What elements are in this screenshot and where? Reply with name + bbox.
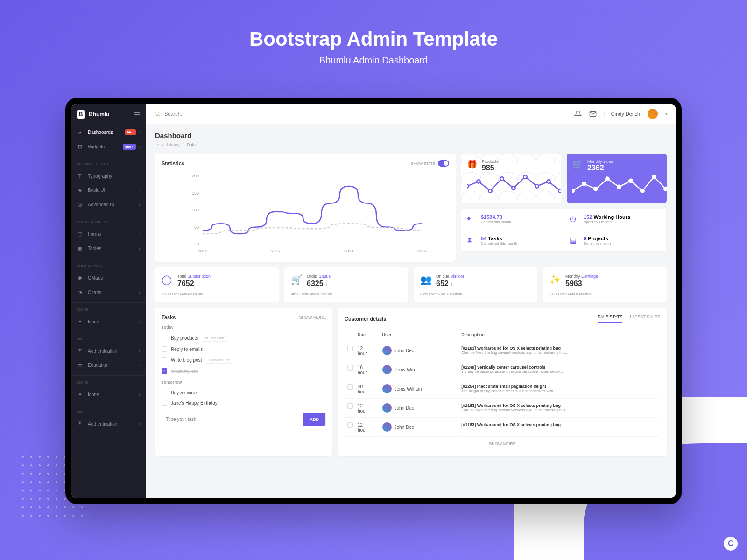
monthly-sales-tile[interactable]: 🛒 Monthly sales 2362	[567, 154, 667, 203]
stat-sub: 36% From Last 6 Months	[420, 292, 531, 296]
sidebar-item-advanced-ui[interactable]: ◎Advanced UI‹	[71, 197, 146, 212]
task-item[interactable]: Reply to emails	[162, 344, 326, 354]
chevron-down-icon[interactable]: ▾	[665, 112, 668, 116]
sidebar-item-basic-ui[interactable]: ◈Basic UI‹	[71, 183, 146, 197]
sidebar-item-tables[interactable]: ▦Tables‹	[71, 241, 146, 256]
svg-point-13	[477, 180, 480, 183]
breadcrumb-item[interactable]: Library	[167, 142, 180, 147]
sidebar-item-authentication[interactable]: ⚿Authentication‹	[71, 344, 146, 358]
statistics-chart: 0501001502002010201220142016	[162, 171, 449, 255]
user-name-cell: John Deo	[395, 425, 415, 430]
svg-point-24	[594, 187, 598, 191]
tab-sale-stats[interactable]: SALE STATS	[598, 315, 622, 323]
stats-title: Statistics	[162, 161, 184, 166]
task-item[interactable]: Buy antivirus	[162, 387, 326, 398]
section-title: Icons	[71, 375, 146, 387]
bell-icon[interactable]	[574, 110, 582, 118]
sidebar-item-gmaps[interactable]: ◉GMaps	[71, 271, 146, 285]
search-input[interactable]	[164, 111, 258, 117]
table-row[interactable]: 16hourJems Win[#1249] Vertically center …	[345, 361, 659, 379]
chevron-icon: ‹	[139, 232, 140, 237]
breadcrumb[interactable]: ⌂ / Library / Data	[155, 142, 667, 147]
svg-text:200: 200	[192, 174, 199, 178]
section-title: UI Components	[71, 157, 146, 169]
checkbox[interactable]	[162, 390, 167, 395]
products-sparkline	[467, 172, 561, 196]
checkbox[interactable]	[162, 357, 167, 363]
sidebar-item-dashboards[interactable]: ⌂DashboardsHot‹	[71, 125, 146, 140]
task-item[interactable]: Buy products58 mins left	[162, 332, 326, 344]
stat-card: ✨Monthly Earnings5963 ↑36% From Last 6 M…	[543, 267, 667, 302]
search-icon	[154, 111, 161, 117]
stat-label: Monthly Earnings	[565, 274, 598, 279]
svg-text:2010: 2010	[198, 249, 207, 253]
checkbox[interactable]	[162, 346, 167, 352]
stat-icon: 🛒	[291, 274, 302, 285]
statistics-card: Statistics SHOW STATS 050100150200201020…	[155, 154, 456, 262]
stat-icon: 👥	[420, 274, 431, 285]
nav-icon: ✦	[77, 392, 83, 398]
task-section-label: Today	[162, 325, 326, 329]
section-title: Pages	[71, 332, 146, 344]
products-tile[interactable]: 🎁 Products 985	[461, 154, 561, 203]
checkbox[interactable]	[347, 346, 353, 351]
user-name-cell: Jems William	[395, 386, 422, 392]
nav-label: Widgets	[88, 144, 123, 149]
task-item[interactable]: Jane's Happy Birthday	[162, 398, 326, 408]
sidebar-item-icons[interactable]: ✦Icons‹	[71, 387, 146, 402]
user-avatar	[382, 346, 392, 355]
sidebar-item-widgets[interactable]: ⊞Widgets100+‹	[71, 140, 146, 154]
svg-point-15	[500, 177, 504, 181]
sidebar-item-forms[interactable]: ▢Forms‹	[71, 227, 146, 241]
desc-title: [#1183] Workaround for OS X selects prin…	[461, 422, 657, 427]
checkbox[interactable]	[162, 368, 167, 374]
nav-icon: ⚿	[77, 348, 83, 354]
chevron-icon: ‹	[139, 349, 140, 353]
checkbox[interactable]	[347, 403, 353, 409]
sidebar-item-authentication[interactable]: ⚿Authentication‹	[71, 417, 146, 431]
checkbox[interactable]	[162, 400, 167, 406]
sidebar-item-typography[interactable]: TTypography	[71, 169, 146, 183]
tab-latest-sales[interactable]: LATEST SALES	[630, 315, 660, 323]
breadcrumb-item[interactable]: Data	[187, 142, 196, 147]
hamburger-icon[interactable]	[134, 112, 140, 117]
checkbox[interactable]	[347, 384, 353, 390]
breadcrumb-item[interactable]: ⌂	[157, 142, 159, 147]
task-item[interactable]: Wash my car	[162, 366, 326, 376]
sidebar-item-education[interactable]: ▭Education‹	[71, 358, 146, 372]
svg-point-26	[617, 185, 621, 189]
avatar[interactable]	[648, 109, 658, 119]
task-input[interactable]	[162, 413, 303, 426]
desc-sub: Chrome fixed the bug several versions ag…	[461, 408, 657, 412]
chevron-icon: ‹	[139, 130, 140, 135]
chevron-icon: ‹	[139, 392, 140, 397]
checkbox[interactable]	[347, 365, 353, 371]
task-time: 20 hours left	[206, 357, 233, 364]
svg-text:50: 50	[194, 225, 199, 230]
table-row[interactable]: 12hourJohn Deo[#1183] Workaround for OS …	[345, 342, 659, 360]
task-item[interactable]: Write blog post20 hours left	[162, 354, 326, 366]
table-row[interactable]: 40hourJems William[#1254] Inaccurate sma…	[345, 380, 659, 399]
sidebar-item-icons[interactable]: ✦Icons‹	[71, 315, 146, 329]
nav-icon: ◉	[77, 275, 83, 281]
user-name[interactable]: Cindy Deitch	[604, 111, 640, 117]
nav-label: Typography	[88, 174, 140, 179]
stats-toggle[interactable]	[438, 160, 449, 167]
chevron-icon: ‹	[139, 320, 140, 324]
add-task-button[interactable]: ADD	[303, 413, 326, 426]
nav-label: Icons	[88, 319, 136, 324]
mail-icon[interactable]	[589, 110, 597, 118]
customers-show-more[interactable]: SHOW MORE	[345, 438, 660, 450]
checkbox[interactable]	[162, 336, 167, 341]
task-text: Buy products	[171, 336, 198, 341]
info-icon: ♦	[467, 214, 476, 224]
table-row[interactable]: 12hourJohn Deo[#1183] Workaround for OS …	[345, 419, 659, 437]
checkbox[interactable]	[347, 422, 353, 428]
trend-icon: ↑	[325, 282, 328, 287]
table-row[interactable]: 12hourJohn Deo[#1183] Workaround for OS …	[345, 399, 659, 418]
sidebar-item-charts[interactable]: ◔Charts‹	[71, 285, 146, 300]
tasks-show-more[interactable]: SHOW MORE	[299, 315, 326, 320]
sales-sparkline	[572, 172, 667, 196]
trend-icon: ↓	[451, 282, 453, 287]
stat-value: 7652 ↓	[177, 280, 211, 288]
